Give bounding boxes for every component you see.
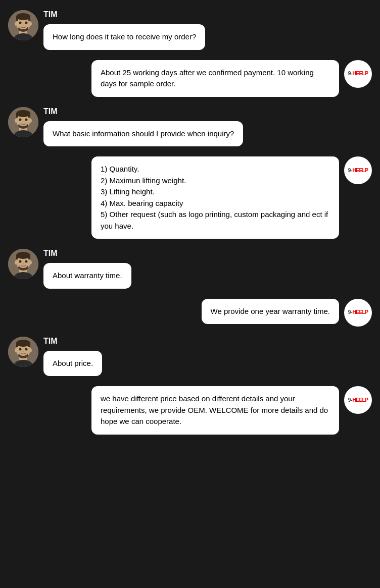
message-group-1: TIM How long does it take to receive my … [43, 10, 205, 50]
svg-point-7 [25, 22, 28, 24]
avatar-tim-1 [8, 10, 38, 40]
bubble-2: About 25 working days after we confirmed… [91, 60, 339, 97]
svg-rect-47 [28, 343, 30, 347]
svg-point-49 [25, 348, 28, 350]
bubble-3: What basic information should I provide … [43, 121, 243, 147]
svg-point-48 [19, 348, 22, 350]
svg-point-40 [15, 260, 18, 264]
message-row-8: we have different price based on differe… [28, 386, 372, 435]
sender-name-1: TIM [43, 10, 205, 19]
avatar-logo-4: 9-HEELP [344, 156, 372, 184]
message-row-6: We provide one year warranty time. 9-HEE… [28, 299, 372, 327]
svg-point-13 [29, 22, 32, 26]
svg-rect-4 [16, 17, 18, 21]
svg-point-17 [16, 110, 30, 117]
avatar-tim-3 [8, 107, 38, 137]
svg-rect-33 [28, 255, 30, 259]
svg-point-26 [15, 119, 18, 123]
logo-2: 9-HEELP [348, 71, 368, 77]
bubble-1: How long does it take to receive my orde… [43, 24, 205, 50]
svg-point-35 [25, 260, 28, 263]
message-row-1: TIM How long does it take to receive my … [8, 10, 372, 50]
svg-point-12 [15, 22, 18, 26]
message-row-4: 1) Quantity. 2) Maximun lifting weight. … [28, 156, 372, 239]
avatar-logo-2: 9-HEELP [344, 60, 372, 88]
svg-point-54 [15, 348, 18, 352]
svg-rect-46 [16, 343, 18, 347]
svg-point-31 [16, 252, 30, 259]
message-row-3: TIM What basic information should I prov… [8, 107, 372, 147]
chat-container: TIM How long does it take to receive my … [8, 10, 372, 435]
logo-8: 9-HEELP [348, 397, 368, 403]
svg-rect-19 [28, 114, 30, 118]
bubble-5: About warranty time. [43, 263, 131, 289]
bubble-8: we have different price based on differe… [91, 386, 339, 435]
svg-rect-18 [16, 114, 18, 118]
sender-name-7: TIM [43, 337, 102, 346]
svg-point-20 [19, 118, 22, 121]
bubble-6: We provide one year warranty time. [202, 299, 340, 325]
logo-6: 9-HEELP [348, 309, 368, 315]
avatar-logo-8: 9-HEELP [344, 386, 372, 414]
message-row-5: TIM About warranty time. [8, 249, 372, 289]
svg-point-3 [16, 13, 30, 20]
message-row-2: About 25 working days after we confirmed… [28, 60, 372, 97]
sender-name-3: TIM [43, 107, 243, 116]
svg-rect-5 [28, 17, 30, 21]
message-group-5: TIM About warranty time. [43, 249, 131, 289]
svg-point-21 [25, 118, 28, 121]
avatar-tim-5 [8, 249, 38, 279]
sender-name-5: TIM [43, 249, 131, 258]
logo-4: 9-HEELP [348, 168, 368, 174]
svg-point-45 [16, 340, 30, 347]
svg-point-55 [29, 348, 32, 352]
message-group-3: TIM What basic information should I prov… [43, 107, 243, 147]
svg-point-6 [19, 22, 22, 24]
svg-point-41 [29, 260, 32, 264]
svg-rect-32 [16, 255, 18, 259]
bubble-7: About price. [43, 351, 102, 377]
bubble-4: 1) Quantity. 2) Maximun lifting weight. … [91, 156, 339, 239]
message-group-7: TIM About price. [43, 337, 102, 377]
svg-point-27 [29, 119, 32, 123]
avatar-tim-7 [8, 337, 38, 367]
message-row-7: TIM About price. [8, 337, 372, 377]
svg-point-34 [19, 260, 22, 263]
avatar-logo-6: 9-HEELP [344, 299, 372, 327]
